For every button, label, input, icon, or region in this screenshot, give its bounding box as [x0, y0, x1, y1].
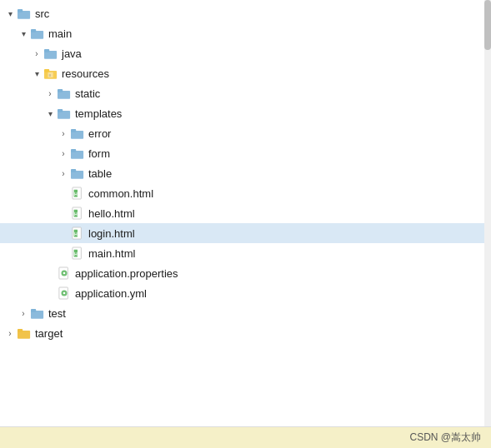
tree-item-templates[interactable]: templates: [0, 103, 491, 123]
folder-icon: [30, 306, 45, 320]
tree-item-resources[interactable]: ≡ resources: [0, 63, 491, 83]
tree-item-main-html[interactable]: H main.html: [0, 243, 491, 263]
tree-item-src[interactable]: src: [0, 3, 491, 23]
leaf-spacer: [57, 246, 70, 260]
html-file-icon: H: [70, 226, 85, 240]
leaf-spacer: [57, 207, 70, 220]
item-label: java: [62, 47, 82, 60]
yml-file-icon: [57, 286, 72, 300]
properties-file-icon: [57, 266, 72, 280]
tree-item-common-html[interactable]: H common.html: [0, 183, 491, 203]
folder-icon: [70, 147, 85, 160]
tree-item-hello-html[interactable]: H hello.html: [0, 203, 491, 223]
svg-text:H: H: [74, 192, 78, 197]
svg-rect-7: [44, 69, 49, 72]
expanded-arrow[interactable]: [43, 107, 57, 120]
svg-point-34: [63, 272, 66, 275]
tree-item-java[interactable]: java: [0, 43, 491, 63]
folder-icon: [57, 107, 72, 120]
leaf-spacer: [57, 187, 70, 200]
collapsed-arrow[interactable]: [43, 87, 57, 100]
item-label: target: [35, 327, 63, 340]
item-label: static: [75, 87, 100, 100]
collapsed-arrow[interactable]: [57, 167, 70, 180]
scrollbar-thumb[interactable]: [484, 0, 491, 50]
tree-item-form[interactable]: form: [0, 143, 491, 163]
svg-text:H: H: [74, 231, 78, 236]
folder-icon: [70, 167, 85, 180]
svg-text:H: H: [74, 251, 78, 256]
item-label: hello.html: [88, 207, 135, 220]
tree-item-application-properties[interactable]: application.properties: [0, 263, 491, 283]
folder-icon: [57, 87, 72, 100]
tree-item-error[interactable]: error: [0, 123, 491, 143]
item-label: application.properties: [75, 267, 178, 280]
expanded-arrow[interactable]: [30, 67, 43, 80]
leaf-spacer: [43, 286, 57, 300]
file-tree: src main java ≡ resources static templat…: [0, 0, 491, 426]
tree-item-target[interactable]: target: [0, 323, 491, 343]
item-label: test: [48, 307, 66, 320]
item-label: main.html: [88, 247, 135, 260]
expanded-arrow[interactable]: [17, 27, 30, 40]
svg-text:≡: ≡: [49, 73, 52, 77]
item-label: common.html: [88, 187, 153, 200]
item-label: login.html: [88, 227, 135, 240]
svg-point-37: [63, 292, 66, 295]
item-label: src: [35, 7, 49, 20]
folder-icon: [30, 27, 45, 40]
tree-item-login-html[interactable]: H login.html: [0, 223, 491, 243]
item-label: application.yml: [75, 287, 147, 300]
collapsed-arrow[interactable]: [57, 147, 70, 160]
svg-rect-17: [71, 149, 76, 152]
folder-icon: [17, 7, 32, 20]
leaf-spacer: [57, 226, 70, 240]
collapsed-arrow[interactable]: [57, 127, 70, 140]
collapsed-arrow[interactable]: [17, 306, 30, 320]
yellow-folder-icon: [17, 326, 32, 340]
html-file-icon: H: [70, 187, 85, 200]
html-file-icon: H: [70, 246, 85, 260]
resource-folder-icon: ≡: [43, 67, 58, 80]
tree-item-main[interactable]: main: [0, 23, 491, 43]
html-file-icon: H: [70, 207, 85, 220]
svg-rect-3: [31, 29, 36, 32]
leaf-spacer: [43, 266, 57, 280]
tree-item-test[interactable]: test: [0, 303, 491, 323]
scrollbar[interactable]: [484, 0, 491, 426]
svg-rect-11: [58, 89, 63, 92]
status-text: CSDN @嵩太帅: [409, 431, 481, 445]
item-label: resources: [62, 67, 109, 80]
svg-rect-1: [18, 9, 23, 12]
collapsed-arrow[interactable]: [30, 47, 43, 60]
item-label: main: [48, 27, 72, 40]
tree-item-application-yml[interactable]: application.yml: [0, 283, 491, 303]
item-label: error: [88, 127, 111, 140]
tree-item-table[interactable]: table: [0, 163, 491, 183]
svg-rect-41: [18, 329, 23, 332]
svg-rect-39: [31, 309, 36, 312]
svg-rect-19: [71, 169, 76, 172]
expanded-arrow[interactable]: [3, 7, 17, 20]
svg-rect-15: [71, 129, 76, 132]
status-bar: CSDN @嵩太帅: [0, 426, 491, 448]
item-label: table: [88, 167, 112, 180]
svg-rect-13: [58, 109, 63, 112]
folder-icon: [43, 47, 58, 60]
folder-icon: [70, 127, 85, 140]
svg-text:H: H: [74, 212, 78, 217]
item-label: templates: [75, 107, 122, 120]
item-label: form: [88, 147, 110, 160]
collapsed-arrow[interactable]: [3, 326, 17, 340]
tree-item-static[interactable]: static: [0, 83, 491, 103]
svg-rect-5: [44, 49, 49, 52]
